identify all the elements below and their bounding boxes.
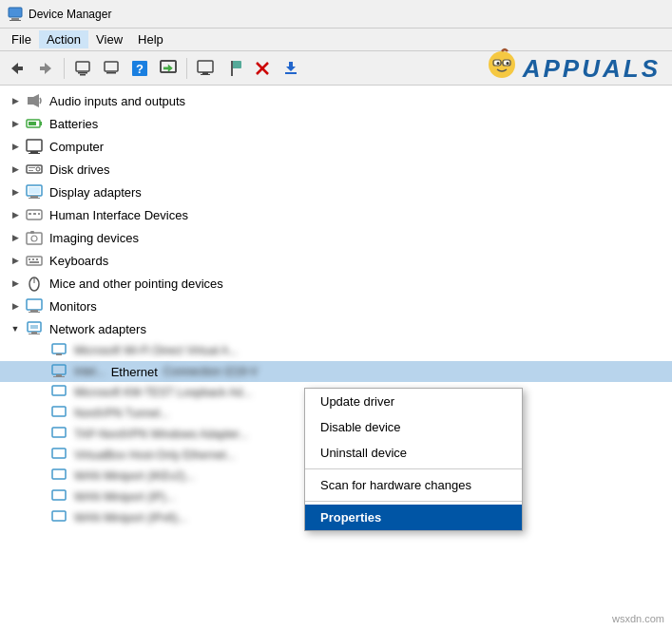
expand-icon: ▶ (8, 162, 23, 177)
svg-rect-1 (11, 18, 19, 20)
blurred-adapter-label: NordVPN Tunnel... (74, 407, 169, 420)
svg-rect-36 (29, 122, 36, 125)
svg-rect-64 (29, 312, 40, 313)
list-item-network[interactable]: ▼ Network adapters (0, 317, 672, 340)
svg-point-28 (506, 62, 509, 65)
toolbar: ? (0, 51, 672, 86)
update-driver-button[interactable] (98, 55, 125, 82)
list-item[interactable]: ▶ Mice and other pointing devices (0, 272, 672, 295)
svg-rect-16 (202, 72, 208, 74)
expand-icon: ▶ (8, 93, 23, 108)
context-menu-uninstall-device[interactable]: Uninstall device (305, 440, 522, 466)
ethernet-label: Ethernet (111, 365, 158, 379)
device-label: Computer (49, 140, 104, 154)
list-item[interactable]: ▶ Batteries (0, 112, 672, 135)
list-item[interactable]: ▶ Human Interface Devices (0, 203, 672, 226)
svg-rect-77 (52, 428, 66, 437)
device-label: Monitors (49, 299, 97, 314)
svg-rect-15 (198, 61, 213, 72)
list-item[interactable]: ▶ Disk drives (0, 158, 672, 181)
svg-rect-80 (52, 490, 66, 500)
svg-point-27 (496, 62, 499, 65)
blurred-adapter-label: WAN Miniport (IPv6)... (74, 511, 187, 525)
keyboard-icon (25, 251, 44, 270)
context-menu: Update driver Disable device Uninstall d… (304, 388, 523, 531)
network-adapter-icon (49, 404, 68, 423)
expand-icon: ▶ (8, 207, 23, 222)
svg-rect-54 (30, 231, 34, 234)
list-item-ethernet[interactable]: Intel... Ethernet Connection I219-V (0, 361, 672, 382)
expand-icon: ▶ (8, 298, 23, 314)
menu-file[interactable]: File (4, 30, 39, 48)
svg-point-53 (31, 236, 37, 241)
menu-view[interactable]: View (88, 30, 130, 48)
display-icon (25, 182, 44, 201)
device-label: Human Interface Devices (49, 208, 188, 222)
scan-button[interactable] (155, 55, 182, 82)
svg-rect-71 (56, 353, 62, 355)
monitor-button[interactable] (192, 55, 219, 82)
audio-icon (25, 91, 44, 110)
blurred-adapter-label: Microsoft KM-TEST Loopback Ad... (74, 386, 252, 399)
network-adapter-icon (49, 487, 68, 506)
flag-button[interactable] (221, 55, 247, 82)
help-button[interactable]: ? (126, 55, 153, 82)
svg-rect-35 (40, 122, 42, 125)
context-menu-disable-device[interactable]: Disable device (305, 414, 522, 440)
svg-marker-22 (286, 62, 296, 71)
list-item[interactable]: ▶ Computer (0, 135, 672, 158)
list-item[interactable]: ▶ Display adapters (0, 181, 672, 203)
svg-rect-5 (76, 62, 89, 71)
svg-rect-59 (29, 261, 39, 263)
svg-rect-50 (33, 213, 36, 215)
context-menu-scan-changes[interactable]: Scan for hardware changes (305, 472, 522, 498)
remove-button[interactable] (249, 55, 276, 82)
svg-rect-52 (27, 233, 42, 244)
device-label: Display adapters (49, 185, 142, 200)
context-menu-properties[interactable]: Properties (305, 505, 522, 530)
back-button[interactable] (4, 55, 30, 82)
properties-button[interactable] (69, 55, 96, 82)
svg-rect-81 (52, 511, 66, 521)
svg-rect-51 (38, 213, 40, 215)
svg-rect-66 (31, 332, 37, 334)
svg-rect-2 (10, 20, 21, 21)
svg-rect-42 (29, 167, 35, 168)
blurred-adapter-label: VirtualBox Host-Only Ethernet... (74, 449, 236, 462)
svg-rect-6 (78, 72, 87, 74)
logo-area: APPUALS (481, 48, 661, 89)
title-bar: Device Manager (0, 0, 672, 29)
svg-marker-3 (11, 63, 23, 74)
logo-character-icon (481, 48, 523, 89)
download-button[interactable] (278, 55, 304, 82)
svg-rect-75 (52, 386, 66, 395)
svg-rect-55 (27, 257, 42, 265)
list-item[interactable]: ▶ Audio inputs and outputs (0, 89, 672, 112)
svg-rect-72 (52, 365, 66, 374)
svg-rect-47 (29, 187, 40, 194)
svg-point-41 (36, 167, 40, 171)
network-adapter-icon (49, 425, 68, 444)
list-item[interactable]: ▶ Keyboards (0, 249, 672, 272)
battery-icon (25, 114, 44, 133)
expand-icon: ▶ (8, 253, 23, 268)
menu-help[interactable]: Help (130, 30, 171, 48)
ethernet-prefix-label: Intel... (74, 365, 106, 378)
svg-rect-56 (29, 258, 30, 260)
device-label: Mice and other pointing devices (49, 277, 223, 291)
list-item[interactable]: ▶ Imaging devices (0, 226, 672, 249)
forward-button[interactable] (32, 55, 59, 82)
svg-rect-65 (28, 322, 41, 332)
context-menu-update-driver[interactable]: Update driver (305, 389, 522, 414)
expand-icon: ▶ (8, 230, 23, 245)
svg-point-24 (489, 51, 515, 78)
list-item[interactable]: ▶ Monitors (0, 295, 672, 317)
svg-rect-38 (30, 151, 38, 153)
expand-icon: ▶ (8, 116, 23, 131)
hid-icon (25, 205, 44, 224)
svg-marker-33 (33, 94, 39, 107)
list-item[interactable]: Microsoft Wi-Fi Direct Virtual A... (0, 340, 672, 361)
svg-rect-76 (52, 407, 66, 416)
network-adapter-icon (49, 467, 68, 486)
menu-action[interactable]: Action (39, 30, 88, 48)
